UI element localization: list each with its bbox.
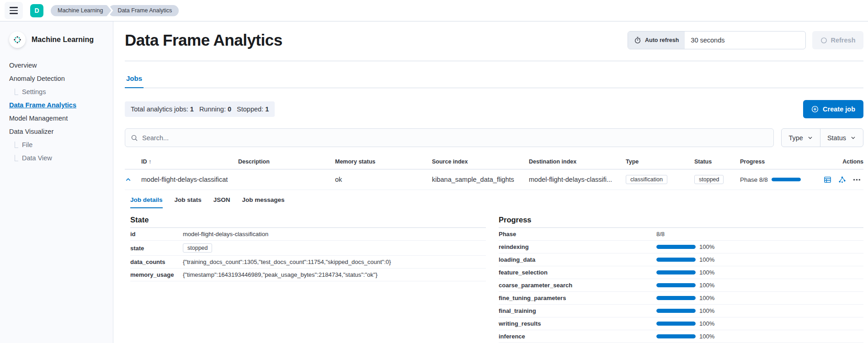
type-badge: classification (626, 175, 667, 184)
sidebar-item-data-frame-analytics[interactable]: Data Frame Analytics (9, 101, 106, 109)
auto-refresh-interval[interactable]: 30 seconds (685, 32, 805, 49)
search-row: Type Status (125, 128, 863, 147)
sidebar-nav: Overview Anomaly Detection Settings Data… (9, 62, 106, 162)
progress-bar (656, 322, 696, 326)
cell-destination-index: model-flight-delays-classifi... (529, 176, 626, 183)
progress-row-final-training: final_training 100% (499, 305, 863, 317)
status-filter-button[interactable]: Status (820, 129, 863, 147)
top-navigation-bar: D Machine Learning Data Frame Analytics (0, 0, 868, 21)
sidebar-item-model-management[interactable]: Model Management (9, 115, 106, 122)
column-header-actions: Actions (817, 158, 863, 165)
search-input[interactable] (142, 134, 768, 142)
view-scatterplot-button[interactable] (838, 176, 846, 184)
auto-refresh-toggle[interactable]: Auto refresh (628, 32, 685, 49)
progress-row-writing-results: writing_results 100% (499, 317, 863, 330)
state-heading: State (130, 216, 486, 228)
detail-panels: State id model-flight-delays-classificat… (130, 216, 863, 343)
scatter-graph-icon (838, 176, 846, 184)
page-header: Data Frame Analytics Auto refresh 30 sec… (125, 31, 863, 49)
hamburger-icon (10, 7, 18, 14)
table-header-row: ID ↑ Description Memory status Source in… (125, 158, 863, 169)
create-job-button[interactable]: Create job (803, 100, 863, 118)
progress-phase-label: Phase 8/8 (740, 176, 768, 183)
progress-bar (656, 283, 696, 287)
column-header-progress[interactable]: Progress (740, 158, 817, 165)
column-header-status[interactable]: Status (694, 158, 740, 165)
view-job-results-button[interactable] (824, 176, 831, 184)
sidebar-item-data-visualizer[interactable]: Data Visualizer (9, 128, 106, 136)
filter-group: Type Status (781, 128, 863, 147)
progress-bar (772, 178, 801, 181)
column-header-memory-status[interactable]: Memory status (335, 158, 432, 165)
cell-status: stopped (694, 175, 740, 184)
search-icon (131, 134, 138, 142)
progress-row-phase: Phase 8/8 (499, 228, 863, 241)
sort-ascending-icon: ↑ (149, 158, 151, 165)
progress-bar (656, 270, 696, 274)
sidebar-item-anomaly-detection[interactable]: Anomaly Detection (9, 75, 106, 83)
sidebar-item-file[interactable]: File (9, 141, 106, 149)
progress-row-inference: inference 100% (499, 330, 863, 343)
progress-row-reindexing: reindexing 100% (499, 241, 863, 253)
progress-bar (656, 296, 696, 300)
auto-refresh-label: Auto refresh (645, 37, 679, 43)
progress-bar (656, 334, 696, 338)
column-header-id[interactable]: ID ↑ (141, 158, 238, 165)
sidebar-item-settings[interactable]: Settings (9, 88, 106, 96)
jobs-table: ID ↑ Description Memory status Source in… (125, 158, 863, 343)
search-box (125, 128, 774, 147)
refresh-button[interactable]: Refresh (812, 31, 863, 49)
cell-actions (817, 176, 863, 184)
column-header-type[interactable]: Type (626, 158, 694, 165)
breadcrumb-machine-learning[interactable]: Machine Learning (51, 5, 111, 16)
table-icon (824, 176, 831, 184)
main-content: Data Frame Analytics Auto refresh 30 sec… (114, 21, 868, 343)
state-row-data-counts: data_counts {"training_docs_count":1305,… (130, 256, 486, 269)
type-filter-button[interactable]: Type (782, 129, 820, 147)
breadcrumb-data-frame-analytics[interactable]: Data Frame Analytics (108, 5, 179, 16)
detail-tabs: Job details Job stats JSON Job messages (130, 196, 863, 208)
progress-heading: Progress (499, 216, 863, 228)
progress-bar (656, 245, 696, 249)
progress-row-feature-selection: feature_selection 100% (499, 266, 863, 279)
auto-refresh-control: Auto refresh 30 seconds (628, 31, 806, 49)
refresh-icon (820, 37, 827, 44)
stats-row: Total analytics jobs: 1 Running: 0 Stopp… (125, 100, 863, 118)
progress-row-loading-data: loading_data 100% (499, 253, 863, 266)
stopwatch-icon (634, 37, 641, 44)
ellipsis-icon (853, 176, 861, 184)
state-row-id: id model-flight-delays-classification (130, 228, 486, 241)
space-avatar[interactable]: D (30, 4, 43, 17)
page-title: Data Frame Analytics (125, 31, 628, 49)
tab-job-messages[interactable]: Job messages (242, 196, 285, 208)
tab-job-details[interactable]: Job details (130, 196, 163, 208)
column-header-source-index[interactable]: Source index (432, 158, 529, 165)
state-row-state: state stopped (130, 241, 486, 256)
cell-memory-status: ok (335, 176, 432, 183)
cell-job-id: model-flight-delays-classificat (141, 176, 238, 183)
state-row-memory-usage: memory_usage {"timestamp":1643193446989,… (130, 269, 486, 281)
machine-learning-icon (9, 32, 26, 48)
collapse-row-button[interactable] (125, 176, 141, 183)
tab-job-stats[interactable]: Job stats (175, 196, 202, 208)
page-tabs: Jobs (125, 72, 863, 88)
menu-button[interactable] (5, 2, 23, 19)
row-actions-menu-button[interactable] (853, 176, 861, 184)
progress-bar (656, 309, 696, 313)
tab-jobs[interactable]: Jobs (125, 72, 144, 88)
job-counts-badge: Total analytics jobs: 1 Running: 0 Stopp… (125, 101, 275, 117)
sidebar-item-overview[interactable]: Overview (9, 62, 106, 69)
column-header-destination-index[interactable]: Destination index (529, 158, 626, 165)
sidebar-item-data-view[interactable]: Data View (9, 154, 106, 162)
chevron-down-icon (850, 135, 856, 141)
progress-row-coarse-parameter-search: coarse_parameter_search 100% (499, 279, 863, 292)
breadcrumb: Machine Learning Data Frame Analytics (51, 5, 179, 16)
cell-source-index: kibana_sample_data_flights (432, 176, 529, 183)
progress-bar (656, 258, 696, 262)
chevron-down-icon (807, 135, 813, 141)
chevron-up-icon (125, 176, 132, 183)
cell-type: classification (626, 175, 694, 184)
state-stopped-badge: stopped (183, 243, 212, 253)
column-header-description[interactable]: Description (238, 158, 335, 165)
tab-json[interactable]: JSON (213, 196, 230, 208)
